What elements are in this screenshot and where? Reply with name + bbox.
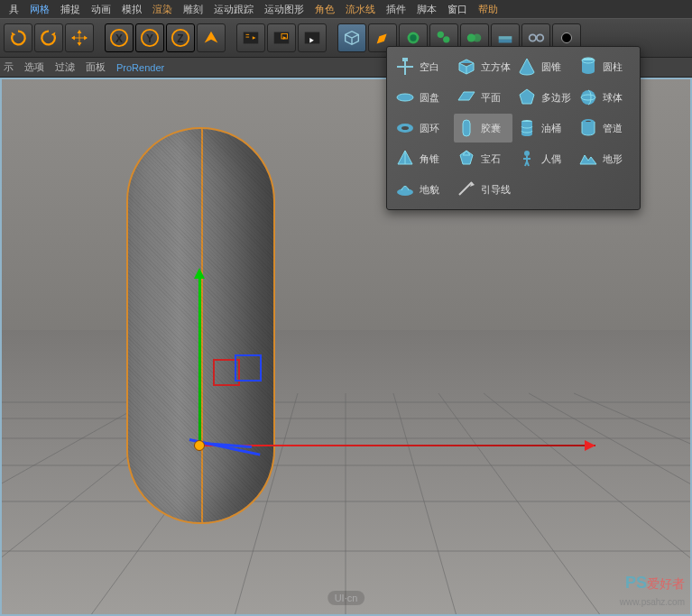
menu-item[interactable]: 捕捉 (55, 3, 86, 16)
primitive-icon (456, 148, 477, 170)
origin-icon[interactable] (194, 440, 205, 451)
primitive-平面[interactable]: 平面 (454, 83, 513, 112)
primitive-label: 人偶 (541, 152, 572, 166)
menu-item[interactable]: 具 (4, 3, 24, 16)
primitive-label: 地形 (603, 152, 633, 166)
menu-item[interactable]: 渲染 (147, 3, 178, 16)
menu-item[interactable]: 角色 (309, 3, 340, 16)
menu-item[interactable]: 运动图形 (259, 3, 309, 16)
primitive-地形[interactable]: 地形 (576, 144, 635, 173)
primitive-icon (456, 87, 477, 108)
menu-item[interactable]: 插件 (381, 3, 411, 16)
svg-point-20 (562, 33, 572, 43)
primitive-label: 管道 (603, 122, 633, 135)
menu-item[interactable]: 雕刻 (178, 3, 208, 16)
primitive-label: 胶囊 (481, 122, 512, 135)
axis-y-button[interactable]: Y (135, 23, 164, 52)
submenu-item[interactable]: 面板 (86, 60, 106, 74)
primitive-空白[interactable]: 空白 (392, 52, 452, 81)
menu-item[interactable]: 脚本 (411, 3, 442, 16)
primitive-圆柱[interactable]: 圆柱 (576, 52, 635, 81)
primitive-多边形[interactable]: 多边形 (514, 83, 574, 112)
menu-item[interactable]: 运动跟踪 (208, 3, 259, 16)
axis-z-button[interactable]: Z (166, 23, 195, 52)
submenu-item[interactable]: 选项 (24, 60, 44, 74)
svg-rect-9 (305, 32, 320, 44)
primitive-地貌[interactable]: 地貌 (392, 175, 452, 204)
primitive-圆锥[interactable]: 圆锥 (514, 52, 574, 81)
primitive-label: 角锥 (420, 152, 450, 166)
svg-point-18 (530, 34, 536, 41)
move-button[interactable] (65, 23, 94, 52)
primitive-label: 多边形 (541, 91, 572, 105)
primitive-管道[interactable]: 管道 (576, 114, 635, 143)
primitive-icon (394, 87, 416, 108)
svg-point-15 (473, 33, 481, 41)
submenu-item[interactable]: ProRender (116, 62, 164, 73)
submenu-item[interactable]: 示 (4, 60, 14, 74)
primitive-label: 地貌 (420, 183, 450, 197)
primitive-label: 圆盘 (420, 91, 450, 105)
primitive-icon (394, 56, 416, 78)
undo-button[interactable] (4, 23, 32, 52)
svg-rect-6 (244, 32, 259, 44)
menu-item[interactable]: 网格 (24, 3, 55, 16)
coord-button[interactable] (197, 23, 226, 52)
svg-text:Z: Z (177, 32, 183, 45)
redo-button[interactable] (34, 23, 63, 52)
primitive-button[interactable] (337, 23, 366, 52)
primitive-icon (577, 56, 599, 78)
primitive-球体[interactable]: 球体 (576, 83, 635, 112)
primitive-icon (516, 117, 538, 139)
menu-item[interactable]: 动画 (86, 3, 116, 16)
primitive-label: 球体 (603, 91, 633, 105)
primitive-label: 平面 (481, 91, 512, 105)
primitive-icon (456, 179, 477, 200)
primitive-icon (456, 56, 477, 78)
svg-point-42 (581, 90, 595, 105)
svg-point-41 (397, 94, 413, 101)
primitive-icon (516, 87, 538, 108)
render-settings-button[interactable] (298, 23, 327, 52)
primitive-人偶[interactable]: 人偶 (514, 144, 574, 173)
render-region-button[interactable] (267, 23, 296, 52)
svg-rect-46 (463, 120, 470, 136)
menu-item[interactable]: 流水线 (340, 3, 381, 16)
primitive-label: 油桶 (541, 122, 572, 135)
primitive-宝石[interactable]: 宝石 (454, 144, 513, 173)
primitive-引导线[interactable]: 引导线 (454, 175, 513, 204)
svg-point-13 (443, 36, 449, 42)
gizmo-plane-icon[interactable] (235, 354, 262, 382)
menu-item[interactable]: 帮助 (473, 3, 503, 16)
svg-line-33 (393, 393, 457, 616)
primitive-label: 空白 (420, 60, 450, 74)
svg-text:X: X (115, 32, 123, 45)
menu-item[interactable]: 模拟 (116, 3, 147, 16)
svg-point-11 (410, 34, 416, 41)
main-menubar: 具 网格 捕捉 动画 模拟 渲染 雕刻 运动跟踪 运动图形 角色 流水线 插件 … (0, 0, 692, 18)
primitive-圆盘[interactable]: 圆盘 (392, 83, 452, 112)
svg-text:Y: Y (146, 32, 153, 45)
primitive-label: 圆锥 (541, 60, 572, 74)
primitive-label: 宝石 (481, 152, 512, 166)
primitive-icon (516, 148, 538, 170)
primitive-圆环[interactable]: 圆环 (392, 114, 452, 143)
watermark-center: UI·cn (328, 591, 365, 605)
primitive-label: 立方体 (481, 60, 512, 74)
primitive-胶囊[interactable]: 胶囊 (454, 114, 513, 143)
primitive-油桶[interactable]: 油桶 (514, 114, 574, 143)
axis-x-icon (198, 445, 595, 446)
svg-rect-38 (402, 58, 408, 61)
svg-point-12 (438, 32, 444, 38)
svg-line-34 (438, 393, 601, 616)
primitive-label: 圆环 (420, 122, 450, 135)
primitive-角锥[interactable]: 角锥 (392, 144, 452, 173)
primitive-label: 圆柱 (603, 60, 633, 74)
primitive-icon (456, 117, 477, 139)
menu-item[interactable]: 窗口 (442, 3, 473, 16)
render-button[interactable] (236, 23, 265, 52)
submenu-item[interactable]: 过滤 (55, 60, 75, 74)
primitive-立方体[interactable]: 立方体 (454, 52, 513, 81)
svg-point-45 (401, 126, 409, 130)
axis-x-button[interactable]: X (105, 23, 134, 52)
